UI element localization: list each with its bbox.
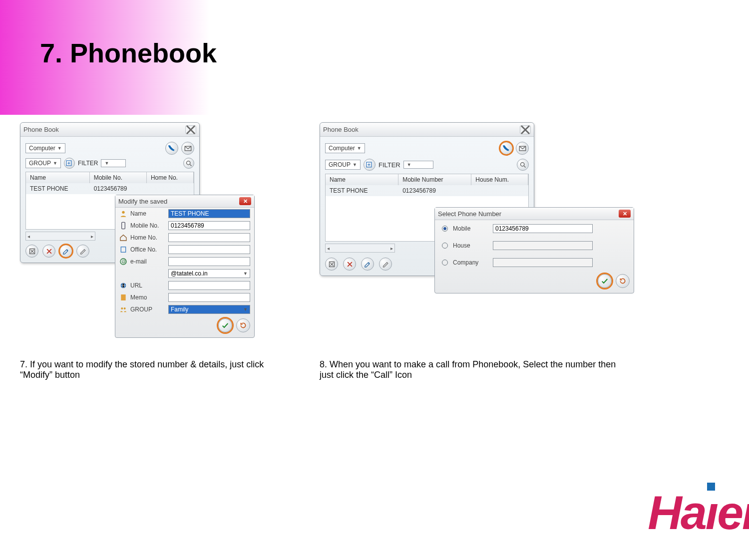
radio-company[interactable] <box>442 260 448 266</box>
modify-icon[interactable] <box>59 245 72 258</box>
delete-icon[interactable] <box>42 245 55 258</box>
call-icon[interactable] <box>165 142 178 155</box>
call-icon[interactable] <box>500 142 513 155</box>
col-mobile[interactable]: Mobile Number <box>398 174 471 185</box>
filter-label: FILTER <box>378 161 400 169</box>
home-input[interactable] <box>168 233 250 242</box>
col-house[interactable]: House Num. <box>471 174 528 185</box>
radio-company-label: Company <box>453 259 488 266</box>
svg-point-2 <box>186 161 190 165</box>
confirm-icon[interactable] <box>218 318 232 332</box>
group-select-field[interactable]: Family <box>168 305 250 314</box>
row-home <box>147 183 194 194</box>
win-close-button[interactable] <box>520 125 531 134</box>
h-scrollbar[interactable]: ◂▸ <box>25 232 95 241</box>
filter-select[interactable] <box>101 159 126 167</box>
filter-label: FILTER <box>78 160 98 167</box>
select-phone-dialog: Select Phone Number ✕ Mobile 0123456789 … <box>434 207 634 293</box>
win-close-button[interactable] <box>185 125 196 134</box>
source-select-value: Computer <box>329 145 355 152</box>
reset-icon[interactable] <box>616 274 630 288</box>
email-domain-select[interactable]: @tatatel.co.in <box>168 269 250 278</box>
row-mobile: 0123456789 <box>90 183 147 194</box>
name-label: Name <box>130 210 165 217</box>
row-name: TEST PHONE <box>26 183 90 194</box>
mobile-label: Mobile No. <box>130 222 165 229</box>
home-icon <box>119 234 127 242</box>
col-name[interactable]: Name <box>326 174 398 185</box>
radio-mobile[interactable] <box>442 226 448 232</box>
new-icon[interactable] <box>379 258 392 271</box>
delete-all-icon[interactable] <box>25 245 38 258</box>
svg-point-15 <box>520 162 524 166</box>
svg-rect-6 <box>121 247 125 253</box>
search-icon[interactable] <box>183 158 194 169</box>
person-icon <box>119 210 127 218</box>
col-mobile[interactable]: Mobile No. <box>90 172 147 183</box>
group-icon <box>119 305 127 313</box>
source-select-value: Computer <box>29 145 55 152</box>
house-number-field <box>493 241 593 250</box>
group-select-label: GROUP <box>29 160 51 167</box>
win-title: Phone Book <box>323 126 359 133</box>
filter-select[interactable] <box>403 161 433 169</box>
group-select-label: GROUP <box>329 161 351 168</box>
svg-text:@: @ <box>121 259 126 264</box>
new-icon[interactable] <box>76 245 89 258</box>
url-input[interactable] <box>168 281 250 290</box>
radio-house[interactable] <box>442 243 448 249</box>
mobile-input[interactable]: 0123456789 <box>168 221 250 230</box>
dialog-close-icon[interactable]: ✕ <box>239 197 251 205</box>
svg-point-12 <box>124 307 126 309</box>
modify-dialog-title: Modify the saved <box>118 198 167 205</box>
group-select[interactable]: GROUP <box>325 160 361 170</box>
left-column: Phone Book Computer <box>20 122 300 263</box>
h-scrollbar[interactable]: ◂▸ <box>325 244 395 253</box>
right-column: Phone Book Computer <box>320 122 659 276</box>
memo-icon <box>119 293 127 301</box>
url-icon <box>119 281 127 289</box>
select-phone-title: Select Phone Number <box>438 210 501 218</box>
memo-input[interactable] <box>168 293 250 302</box>
group-label-field: GROUP <box>130 306 165 313</box>
col-name[interactable]: Name <box>26 172 90 183</box>
email-icon: @ <box>119 258 127 266</box>
modify-icon[interactable] <box>361 258 374 271</box>
svg-rect-10 <box>121 294 125 300</box>
name-input[interactable]: TEST PHONE <box>168 209 250 218</box>
delete-all-icon[interactable] <box>325 258 338 271</box>
table-row[interactable]: TEST PHONE 0123456789 <box>326 185 528 196</box>
modify-dialog: Modify the saved ✕ Name TEST PHONE Mobil… <box>115 195 255 338</box>
svg-point-11 <box>121 307 123 309</box>
mobile-icon <box>119 222 127 230</box>
add-contact-icon[interactable] <box>64 158 75 169</box>
svg-rect-5 <box>122 222 125 229</box>
email-label: e-mail <box>130 258 165 265</box>
company-number-field <box>493 258 593 267</box>
mobile-number-field[interactable]: 0123456789 <box>493 224 593 233</box>
message-icon[interactable] <box>181 142 194 155</box>
reset-icon[interactable] <box>236 318 250 332</box>
confirm-icon[interactable] <box>598 274 612 288</box>
home-label: Home No. <box>130 234 165 241</box>
haier-logo: Haıer <box>648 486 749 540</box>
radio-mobile-label: Mobile <box>453 225 488 232</box>
caption-left: 7. If you want to modify the stored numb… <box>20 359 295 380</box>
search-icon[interactable] <box>517 159 529 171</box>
source-select[interactable]: Computer <box>25 143 65 153</box>
col-home[interactable]: Home No. <box>147 172 194 183</box>
office-input[interactable] <box>168 245 250 254</box>
add-contact-icon[interactable] <box>364 159 375 171</box>
svg-point-4 <box>122 211 124 214</box>
table-row[interactable]: TEST PHONE 0123456789 <box>26 183 194 194</box>
email-input[interactable] <box>168 257 250 266</box>
row-mobile: 0123456789 <box>398 185 471 196</box>
row-name: TEST PHONE <box>326 185 398 196</box>
message-icon[interactable] <box>516 142 529 155</box>
group-select[interactable]: GROUP <box>25 158 61 168</box>
source-select[interactable]: Computer <box>325 143 365 153</box>
office-label: Office No. <box>130 246 165 253</box>
delete-icon[interactable] <box>343 258 356 271</box>
radio-house-label: House <box>453 242 488 249</box>
dialog-close-icon[interactable]: ✕ <box>619 210 631 218</box>
